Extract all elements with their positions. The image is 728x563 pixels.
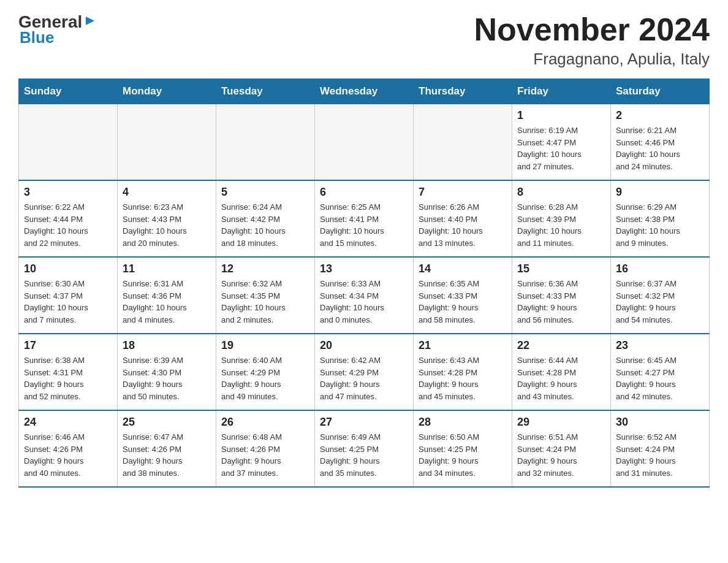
weekday-header-sunday: Sunday <box>19 79 118 104</box>
day-info: Sunrise: 6:19 AM Sunset: 4:47 PM Dayligh… <box>517 124 605 172</box>
calendar-cell: 1Sunrise: 6:19 AM Sunset: 4:47 PM Daylig… <box>512 104 611 181</box>
logo-arrow-icon <box>83 14 97 28</box>
day-number: 30 <box>616 416 704 429</box>
calendar-cell: 27Sunrise: 6:49 AM Sunset: 4:25 PM Dayli… <box>315 410 414 487</box>
calendar-cell: 10Sunrise: 6:30 AM Sunset: 4:37 PM Dayli… <box>19 257 118 334</box>
calendar-cell: 25Sunrise: 6:47 AM Sunset: 4:26 PM Dayli… <box>118 410 216 487</box>
calendar-week-3: 10Sunrise: 6:30 AM Sunset: 4:37 PM Dayli… <box>19 257 710 334</box>
calendar-week-4: 17Sunrise: 6:38 AM Sunset: 4:31 PM Dayli… <box>19 334 710 410</box>
calendar-week-2: 3Sunrise: 6:22 AM Sunset: 4:44 PM Daylig… <box>19 180 710 257</box>
calendar-cell <box>315 104 414 181</box>
calendar-cell: 18Sunrise: 6:39 AM Sunset: 4:30 PM Dayli… <box>118 334 216 410</box>
day-number: 4 <box>123 186 211 199</box>
page-header: General Blue November 2024 Fragagnano, A… <box>18 12 710 69</box>
day-info: Sunrise: 6:35 AM Sunset: 4:33 PM Dayligh… <box>419 278 507 326</box>
day-number: 24 <box>24 416 112 429</box>
day-number: 21 <box>419 339 507 352</box>
weekday-header-wednesday: Wednesday <box>315 79 414 104</box>
day-info: Sunrise: 6:26 AM Sunset: 4:40 PM Dayligh… <box>419 201 507 249</box>
calendar-cell: 17Sunrise: 6:38 AM Sunset: 4:31 PM Dayli… <box>19 334 118 410</box>
logo: General Blue <box>18 12 97 47</box>
weekday-header-thursday: Thursday <box>414 79 512 104</box>
day-info: Sunrise: 6:52 AM Sunset: 4:24 PM Dayligh… <box>616 431 704 479</box>
calendar-cell: 26Sunrise: 6:48 AM Sunset: 4:26 PM Dayli… <box>216 410 315 487</box>
calendar-cell: 6Sunrise: 6:25 AM Sunset: 4:41 PM Daylig… <box>315 180 414 257</box>
day-number: 10 <box>24 262 112 275</box>
calendar-cell: 11Sunrise: 6:31 AM Sunset: 4:36 PM Dayli… <box>118 257 216 334</box>
day-number: 26 <box>221 416 309 429</box>
day-number: 7 <box>419 186 507 199</box>
day-number: 5 <box>221 186 309 199</box>
calendar-cell: 16Sunrise: 6:37 AM Sunset: 4:32 PM Dayli… <box>611 257 710 334</box>
day-number: 16 <box>616 262 704 275</box>
day-number: 25 <box>123 416 211 429</box>
day-info: Sunrise: 6:47 AM Sunset: 4:26 PM Dayligh… <box>123 431 211 479</box>
day-info: Sunrise: 6:40 AM Sunset: 4:29 PM Dayligh… <box>221 354 309 402</box>
day-info: Sunrise: 6:38 AM Sunset: 4:31 PM Dayligh… <box>24 354 112 402</box>
day-number: 18 <box>123 339 211 352</box>
calendar-cell: 3Sunrise: 6:22 AM Sunset: 4:44 PM Daylig… <box>19 180 118 257</box>
day-number: 17 <box>24 339 112 352</box>
calendar-cell: 7Sunrise: 6:26 AM Sunset: 4:40 PM Daylig… <box>414 180 512 257</box>
calendar-cell <box>414 104 512 181</box>
calendar-cell: 21Sunrise: 6:43 AM Sunset: 4:28 PM Dayli… <box>414 334 512 410</box>
day-number: 14 <box>419 262 507 275</box>
calendar-table: SundayMondayTuesdayWednesdayThursdayFrid… <box>18 79 710 488</box>
day-info: Sunrise: 6:33 AM Sunset: 4:34 PM Dayligh… <box>320 278 408 326</box>
weekday-header-row: SundayMondayTuesdayWednesdayThursdayFrid… <box>19 79 710 104</box>
logo-blue: Blue <box>18 28 54 47</box>
day-info: Sunrise: 6:32 AM Sunset: 4:35 PM Dayligh… <box>221 278 309 326</box>
day-number: 20 <box>320 339 408 352</box>
day-info: Sunrise: 6:42 AM Sunset: 4:29 PM Dayligh… <box>320 354 408 402</box>
calendar-header: SundayMondayTuesdayWednesdayThursdayFrid… <box>19 79 710 104</box>
day-info: Sunrise: 6:45 AM Sunset: 4:27 PM Dayligh… <box>616 354 704 402</box>
day-number: 12 <box>221 262 309 275</box>
day-number: 3 <box>24 186 112 199</box>
day-info: Sunrise: 6:28 AM Sunset: 4:39 PM Dayligh… <box>517 201 605 249</box>
calendar-cell: 22Sunrise: 6:44 AM Sunset: 4:28 PM Dayli… <box>512 334 611 410</box>
calendar-cell: 9Sunrise: 6:29 AM Sunset: 4:38 PM Daylig… <box>611 180 710 257</box>
calendar-cell: 15Sunrise: 6:36 AM Sunset: 4:33 PM Dayli… <box>512 257 611 334</box>
calendar-week-5: 24Sunrise: 6:46 AM Sunset: 4:26 PM Dayli… <box>19 410 710 487</box>
calendar-cell: 4Sunrise: 6:23 AM Sunset: 4:43 PM Daylig… <box>118 180 216 257</box>
svg-marker-0 <box>86 17 94 25</box>
calendar-cell: 19Sunrise: 6:40 AM Sunset: 4:29 PM Dayli… <box>216 334 315 410</box>
calendar-cell: 5Sunrise: 6:24 AM Sunset: 4:42 PM Daylig… <box>216 180 315 257</box>
calendar-title: November 2024 <box>474 12 710 47</box>
day-info: Sunrise: 6:39 AM Sunset: 4:30 PM Dayligh… <box>123 354 211 402</box>
calendar-cell <box>118 104 216 181</box>
day-number: 13 <box>320 262 408 275</box>
calendar-subtitle: Fragagnano, Apulia, Italy <box>474 50 710 69</box>
calendar-cell: 2Sunrise: 6:21 AM Sunset: 4:46 PM Daylig… <box>611 104 710 181</box>
day-number: 11 <box>123 262 211 275</box>
day-number: 15 <box>517 262 605 275</box>
day-number: 2 <box>616 109 704 122</box>
day-info: Sunrise: 6:23 AM Sunset: 4:43 PM Dayligh… <box>123 201 211 249</box>
weekday-header-saturday: Saturday <box>611 79 710 104</box>
calendar-week-1: 1Sunrise: 6:19 AM Sunset: 4:47 PM Daylig… <box>19 104 710 181</box>
calendar-cell <box>19 104 118 181</box>
day-number: 27 <box>320 416 408 429</box>
day-info: Sunrise: 6:31 AM Sunset: 4:36 PM Dayligh… <box>123 278 211 326</box>
day-info: Sunrise: 6:48 AM Sunset: 4:26 PM Dayligh… <box>221 431 309 479</box>
day-info: Sunrise: 6:29 AM Sunset: 4:38 PM Dayligh… <box>616 201 704 249</box>
day-number: 19 <box>221 339 309 352</box>
calendar-cell: 29Sunrise: 6:51 AM Sunset: 4:24 PM Dayli… <box>512 410 611 487</box>
calendar-cell: 12Sunrise: 6:32 AM Sunset: 4:35 PM Dayli… <box>216 257 315 334</box>
calendar-body: 1Sunrise: 6:19 AM Sunset: 4:47 PM Daylig… <box>19 104 710 488</box>
day-info: Sunrise: 6:51 AM Sunset: 4:24 PM Dayligh… <box>517 431 605 479</box>
day-info: Sunrise: 6:43 AM Sunset: 4:28 PM Dayligh… <box>419 354 507 402</box>
day-info: Sunrise: 6:44 AM Sunset: 4:28 PM Dayligh… <box>517 354 605 402</box>
day-number: 28 <box>419 416 507 429</box>
day-info: Sunrise: 6:46 AM Sunset: 4:26 PM Dayligh… <box>24 431 112 479</box>
day-number: 1 <box>517 109 605 122</box>
calendar-cell: 8Sunrise: 6:28 AM Sunset: 4:39 PM Daylig… <box>512 180 611 257</box>
day-number: 29 <box>517 416 605 429</box>
day-number: 8 <box>517 186 605 199</box>
calendar-cell: 13Sunrise: 6:33 AM Sunset: 4:34 PM Dayli… <box>315 257 414 334</box>
day-info: Sunrise: 6:36 AM Sunset: 4:33 PM Dayligh… <box>517 278 605 326</box>
calendar-cell: 20Sunrise: 6:42 AM Sunset: 4:29 PM Dayli… <box>315 334 414 410</box>
calendar-cell: 28Sunrise: 6:50 AM Sunset: 4:25 PM Dayli… <box>414 410 512 487</box>
weekday-header-friday: Friday <box>512 79 611 104</box>
day-number: 6 <box>320 186 408 199</box>
